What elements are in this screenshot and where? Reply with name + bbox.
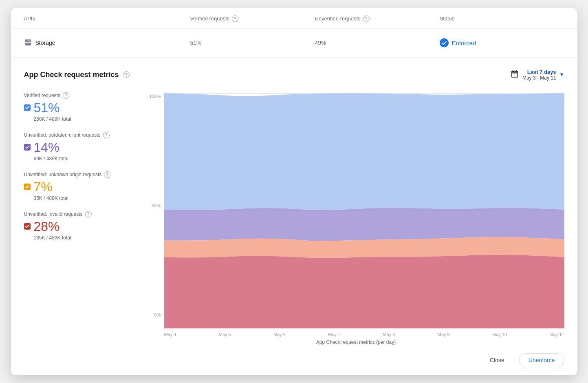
y-axis-0: 0% — [154, 312, 161, 317]
verified-legend-help-icon[interactable]: ? — [63, 92, 69, 99]
chart-svg — [164, 92, 564, 330]
metrics-content: Verified requests ? 51% 250K / 489K tota… — [24, 92, 564, 345]
legend-item-outdated: Unverified: outdated client requests ? 1… — [24, 132, 138, 162]
legend-label-invalid: Unverified: invalid requests ? — [24, 211, 138, 217]
verified-label-text: Verified requests — [24, 93, 60, 98]
legend-label-verified: Verified requests ? — [24, 92, 138, 99]
status-cell: Enforced — [440, 38, 564, 47]
status-label: Enforced — [452, 40, 476, 46]
legend-label-outdated: Unverified: outdated client requests ? — [24, 132, 138, 138]
legend-label-unknown: Unverified: unknown origin requests ? — [24, 171, 138, 178]
unknown-legend-help-icon[interactable]: ? — [104, 171, 110, 178]
legend-big-unknown: 7% — [24, 179, 138, 195]
verified-checkbox[interactable] — [24, 104, 31, 111]
x-label-may6: May 6 — [273, 332, 286, 337]
x-label-may4: May 4 — [164, 332, 176, 337]
y-axis-50: 50% — [152, 203, 161, 208]
unknown-percent: 7% — [34, 179, 53, 195]
x-axis: May 4 May 5 May 6 May 7 May 8 May 9 May … — [148, 332, 564, 337]
legend-item-invalid: Unverified: invalid requests ? 28% 135K … — [24, 211, 138, 241]
metrics-header: App Check request metrics ? Last 7 days … — [24, 69, 564, 81]
date-range: May 3 - May 11 — [522, 75, 556, 81]
footer: Close Unenforce — [11, 345, 577, 375]
storage-icon — [24, 38, 32, 48]
chart-container: 100% 50% 0% — [148, 92, 564, 330]
table-header: APIs Verified requests ? Unverified requ… — [11, 8, 577, 29]
col-header-apis: APIs — [24, 8, 190, 29]
calendar-icon — [510, 69, 519, 80]
x-label-may9: May 9 — [438, 332, 450, 337]
unverified-help-icon[interactable]: ? — [363, 15, 370, 22]
verified-help-icon[interactable]: ? — [232, 15, 238, 22]
chart-x-label: App Check request metrics (per day) — [148, 339, 564, 345]
status-enforced: Enforced — [440, 38, 476, 47]
x-label-may7: May 7 — [328, 332, 340, 337]
invalid-sub: 135K / 489K total — [34, 235, 138, 241]
outdated-sub: 69K / 489K total — [34, 156, 138, 162]
chart-area: 100% 50% 0% — [148, 92, 564, 345]
check-circle-icon — [440, 38, 449, 47]
outdated-label-text: Unverified: outdated client requests — [24, 132, 101, 138]
unverified-pct-cell: 49% — [315, 40, 440, 46]
verified-percent: 51% — [34, 100, 60, 115]
unenforce-button[interactable]: Unenforce — [519, 353, 564, 367]
x-label-may8: May 8 — [383, 332, 395, 337]
modal-container: APIs Verified requests ? Unverified requ… — [11, 8, 577, 375]
metrics-title: App Check request metrics ? — [24, 71, 130, 79]
api-name: Storage — [35, 40, 55, 46]
close-button[interactable]: Close — [482, 354, 513, 367]
invalid-percent: 28% — [34, 219, 60, 234]
legend-big-verified: 51% — [24, 100, 138, 115]
date-label: Last 7 days — [527, 69, 556, 75]
outdated-percent: 14% — [34, 140, 60, 155]
x-label-may10: May 10 — [492, 332, 507, 337]
outdated-legend-help-icon[interactable]: ? — [103, 132, 110, 138]
y-axis: 100% 50% 0% — [148, 92, 164, 330]
invalid-legend-help-icon[interactable]: ? — [85, 211, 92, 217]
invalid-checkbox[interactable] — [24, 223, 31, 230]
legend-panel: Verified requests ? 51% 250K / 489K tota… — [24, 92, 138, 345]
legend-big-outdated: 14% — [24, 140, 138, 155]
date-range-picker[interactable]: Last 7 days May 3 - May 11 ▼ — [510, 69, 564, 81]
table-row: Storage 51% 49% Enforced — [11, 29, 577, 58]
outdated-checkbox[interactable] — [24, 144, 31, 151]
x-label-may5: May 5 — [219, 332, 231, 337]
legend-big-invalid: 28% — [24, 219, 138, 234]
date-info: Last 7 days May 3 - May 11 — [522, 69, 556, 81]
unknown-checkbox[interactable] — [24, 184, 31, 190]
verified-sub: 250K / 489K total — [34, 116, 138, 122]
metrics-help-icon[interactable]: ? — [123, 71, 130, 78]
x-label-may11: May 11 — [549, 332, 564, 337]
verified-pct-cell: 51% — [190, 40, 315, 46]
col-header-verified: Verified requests ? — [190, 8, 315, 29]
metrics-section: App Check request metrics ? Last 7 days … — [11, 58, 577, 345]
invalid-label-text: Unverified: invalid requests — [24, 211, 83, 217]
y-axis-100: 100% — [149, 94, 161, 99]
legend-item-unknown: Unverified: unknown origin requests ? 7%… — [24, 171, 138, 201]
unknown-sub: 35K / 489K total — [34, 195, 138, 201]
col-header-status: Status — [440, 8, 564, 29]
legend-item-verified: Verified requests ? 51% 250K / 489K tota… — [24, 92, 138, 122]
api-cell: Storage — [24, 38, 190, 48]
col-header-unverified: Unverified requests ? — [315, 8, 440, 29]
dropdown-arrow-icon: ▼ — [559, 72, 564, 77]
unknown-label-text: Unverified: unknown origin requests — [24, 172, 102, 177]
